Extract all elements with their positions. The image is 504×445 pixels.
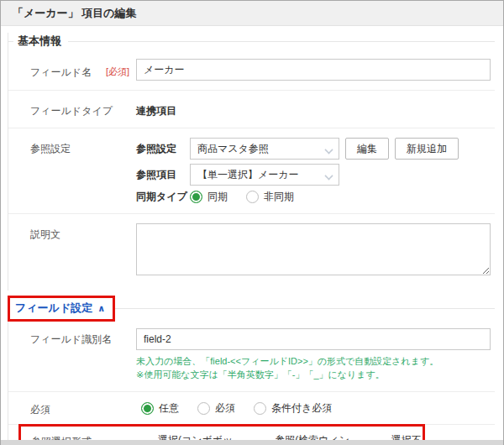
radio-conditional-required[interactable]: 条件付き必須 — [254, 401, 332, 416]
page-title: 「メーカー」 項目の編集 — [13, 6, 137, 21]
radio-sync[interactable]: 同期 — [190, 190, 228, 204]
radio-sync-label: 同期 — [207, 190, 228, 204]
ref-item-select[interactable]: 【単一選択】メーカー — [190, 164, 339, 186]
ref-setting-row: 参照設定 商品マスタ参照 編集 新規追加 — [136, 138, 495, 160]
field-name-label: フィールド名 — [30, 65, 106, 80]
radio-async[interactable]: 非同期 — [246, 190, 294, 204]
radio-optional[interactable]: 任意 — [141, 401, 179, 416]
bottom-window-edge — [1, 440, 503, 445]
row-required: 必須 任意 必須 条件付き必須 — [8, 391, 495, 424]
identifier-help-line1: 未入力の場合、「field-<<フィールドID>>」の形式で自動設定されます。 — [136, 355, 495, 369]
basic-info-legend-row: 基本情報 — [8, 33, 495, 50]
edit-button[interactable]: 編集 — [345, 138, 389, 160]
radio-unselected-icon — [254, 402, 266, 415]
reference-settings-label: 参照設定 — [8, 138, 136, 204]
field-settings-legend[interactable]: フィールド設定 — [15, 301, 92, 316]
required-radio-group: 任意 必須 条件付き必須 — [141, 401, 495, 416]
description-label: 説明文 — [8, 223, 136, 278]
row-field-name: フィールド名 [必須] — [8, 50, 495, 90]
identifier-help-line2: ※使用可能な文字は「半角英数字」「-」「_」になります。 — [136, 369, 495, 382]
sync-type-radio-group: 同期 非同期 — [190, 190, 294, 204]
add-new-button[interactable]: 新規追加 — [395, 138, 459, 160]
row-field-type: フィールドタイプ 連携項目 — [8, 90, 495, 128]
edit-field-dialog: 「メーカー」 項目の編集 基本情報 フィールド名 [必須] フィールドタイプ 連… — [0, 0, 504, 445]
radio-unselected-icon — [246, 191, 259, 203]
dialog-titlebar: 「メーカー」 項目の編集 — [1, 1, 503, 26]
row-field-identifier: フィールド識別名 未入力の場合、「field-<<フィールドID>>」の形式で自… — [8, 322, 495, 391]
field-type-label: フィールドタイプ — [8, 100, 136, 118]
radio-async-label: 非同期 — [264, 190, 294, 204]
legend-line — [68, 41, 495, 42]
description-textarea[interactable] — [136, 223, 491, 275]
section-field-settings: フィールド設定 ∧ フィールド識別名 未入力の場合、「field-<<フィールド… — [8, 296, 495, 445]
radio-selected-icon — [190, 191, 202, 203]
radio-optional-label: 任意 — [159, 401, 179, 416]
row-description: 説明文 — [8, 213, 495, 287]
annotation-red-box-legend: フィールド設定 ∧ — [8, 296, 115, 322]
field-type-value: 連携項目 — [136, 100, 495, 118]
identifier-help-text: 未入力の場合、「field-<<フィールドID>>」の形式で自動設定されます。 … — [136, 355, 495, 382]
ref-setting-label: 参照設定 — [136, 142, 190, 156]
collapse-chevron-up-icon[interactable]: ∧ — [97, 303, 105, 314]
required-badge: [必須] — [106, 65, 129, 80]
required-label: 必須 — [8, 401, 136, 417]
field-name-label-cell: フィールド名 [必須] — [8, 60, 136, 80]
section-basic-info: 基本情報 フィールド名 [必須] フィールドタイプ 連携項目 参照設定 — [8, 33, 495, 291]
ref-setting-select[interactable]: 商品マスタ参照 — [190, 138, 339, 160]
chevron-down-icon — [325, 172, 332, 179]
field-identifier-input[interactable] — [136, 328, 491, 350]
ref-item-row: 参照項目 【単一選択】メーカー — [136, 164, 495, 186]
radio-selected-icon — [141, 402, 154, 415]
sync-type-row: 同期タイプ 同期 非同期 — [136, 190, 495, 204]
ref-item-select-value: 【単一選択】メーカー — [197, 168, 299, 182]
field-settings-legend-row: フィールド設定 ∧ — [8, 296, 495, 322]
field-name-input[interactable] — [136, 59, 491, 81]
field-identifier-label: フィールド識別名 — [8, 328, 136, 382]
row-reference-settings: 参照設定 参照設定 商品マスタ参照 編集 新規追加 参照項目 【単一選択】メーカ… — [8, 128, 495, 213]
chevron-down-icon — [325, 146, 332, 153]
legend-line — [115, 308, 495, 309]
radio-required[interactable]: 必須 — [197, 401, 235, 416]
radio-required-label: 必須 — [215, 401, 235, 416]
sync-type-label: 同期タイプ — [136, 190, 190, 204]
radio-conditional-required-label: 条件付き必須 — [271, 401, 332, 416]
basic-info-legend: 基本情報 — [13, 34, 68, 49]
ref-item-label: 参照項目 — [136, 168, 190, 182]
radio-unselected-icon — [197, 402, 210, 415]
ref-setting-select-value: 商品マスタ参照 — [197, 142, 269, 156]
